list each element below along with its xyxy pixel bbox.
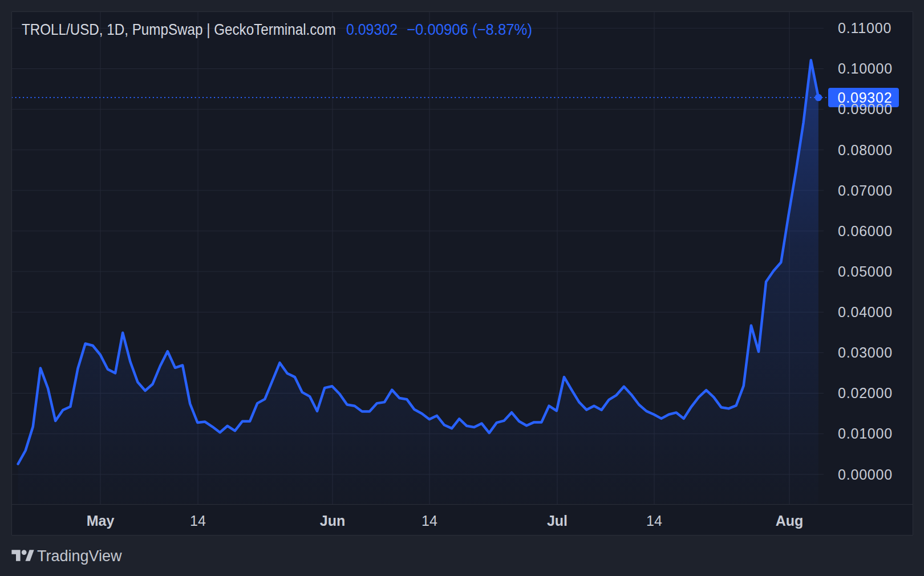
svg-text:Jun: Jun <box>320 513 345 529</box>
svg-text:0.09000: 0.09000 <box>838 101 893 117</box>
svg-text:0.10000: 0.10000 <box>838 60 893 76</box>
svg-text:0.00000: 0.00000 <box>838 467 893 482</box>
svg-text:0.07000: 0.07000 <box>838 182 893 198</box>
svg-text:0.02000: 0.02000 <box>838 385 893 401</box>
svg-text:0.04000: 0.04000 <box>838 304 893 320</box>
svg-text:0.11000: 0.11000 <box>838 20 891 36</box>
svg-text:0.05000: 0.05000 <box>838 263 893 279</box>
svg-text:Jul: Jul <box>547 513 568 529</box>
svg-text:May: May <box>87 513 115 529</box>
svg-text:0.08000: 0.08000 <box>838 142 893 158</box>
svg-text:Aug: Aug <box>776 513 804 529</box>
svg-text:0.06000: 0.06000 <box>838 223 893 239</box>
svg-text:TradingView: TradingView <box>37 547 122 565</box>
svg-text:TROLL/USD, 1D, PumpSwap | Geck: TROLL/USD, 1D, PumpSwap | GeckoTerminal.… <box>22 21 336 38</box>
svg-text:0.01000: 0.01000 <box>838 425 893 441</box>
svg-text:0.03000: 0.03000 <box>838 344 893 360</box>
svg-text:−0.00906 (−8.87%): −0.00906 (−8.87%) <box>407 21 532 38</box>
svg-text:14: 14 <box>422 513 437 529</box>
svg-text:14: 14 <box>190 513 206 529</box>
svg-text:0.09302: 0.09302 <box>346 21 398 38</box>
svg-text:14: 14 <box>646 513 662 529</box>
